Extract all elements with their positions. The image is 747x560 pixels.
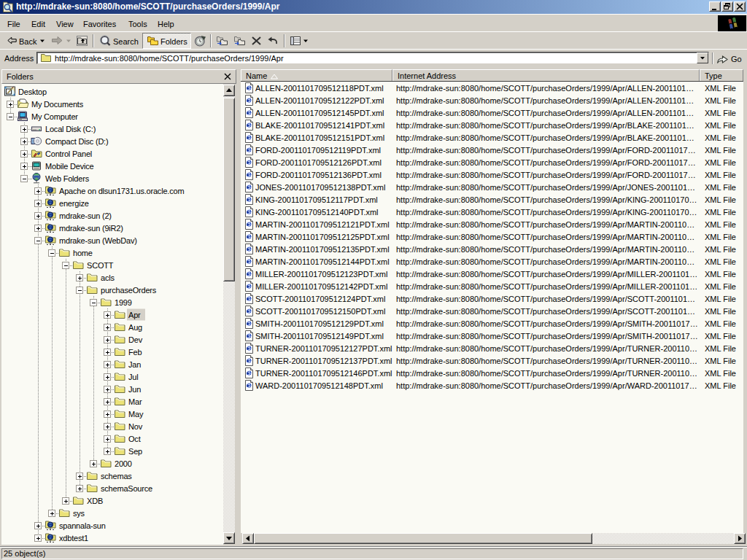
svg-text:XDB: XDB: [87, 497, 103, 505]
svg-text:Nov: Nov: [128, 422, 143, 431]
svg-text:schemaSource: schemaSource: [101, 484, 152, 493]
svg-text:Feb: Feb: [128, 348, 142, 357]
svg-text:spannala-sun: spannala-sun: [59, 521, 106, 530]
svg-text:purchaseOrders: purchaseOrders: [101, 286, 157, 295]
svg-text:Local Disk (C:): Local Disk (C:): [45, 125, 96, 133]
svg-text:May: May: [128, 410, 144, 419]
svg-text:SCOTT: SCOTT: [87, 261, 114, 270]
svg-text:sys: sys: [73, 509, 85, 518]
svg-text:mdrake-sun (WebDav): mdrake-sun (WebDav): [59, 236, 137, 245]
svg-text:Compact Disc (D:): Compact Disc (D:): [45, 137, 108, 146]
svg-text:Mobile Device: Mobile Device: [45, 162, 94, 171]
svg-text:home: home: [73, 249, 93, 257]
svg-text:Apr: Apr: [128, 311, 141, 319]
svg-text:energize: energize: [59, 199, 89, 208]
svg-text:Desktop: Desktop: [18, 88, 47, 96]
svg-text:Jan: Jan: [128, 360, 141, 369]
svg-text:Dev: Dev: [128, 335, 143, 344]
svg-text:Jun: Jun: [128, 385, 141, 394]
svg-text:Mar: Mar: [128, 397, 142, 406]
svg-text:Aug: Aug: [128, 323, 142, 332]
svg-text:schemas: schemas: [101, 472, 132, 481]
svg-text:mdrake-sun (9iR2): mdrake-sun (9iR2): [59, 224, 123, 233]
svg-text:Oct: Oct: [128, 435, 141, 443]
svg-text:Apache on dlsun1731.us.oracle.: Apache on dlsun1731.us.oracle.com: [59, 187, 184, 195]
svg-text:My Documents: My Documents: [31, 100, 84, 109]
svg-text:Control Panel: Control Panel: [45, 149, 92, 158]
svg-text:Web Folders: Web Folders: [45, 174, 90, 183]
svg-text:acls: acls: [101, 273, 115, 282]
svg-text:1999: 1999: [115, 298, 132, 307]
svg-text:Jul: Jul: [128, 373, 138, 381]
svg-text:xdbtest1: xdbtest1: [59, 534, 88, 542]
svg-text:My Computer: My Computer: [31, 112, 78, 121]
svg-text:Sep: Sep: [128, 447, 142, 456]
svg-text:2000: 2000: [115, 459, 132, 468]
svg-text:mdrake-sun (2): mdrake-sun (2): [59, 211, 112, 220]
